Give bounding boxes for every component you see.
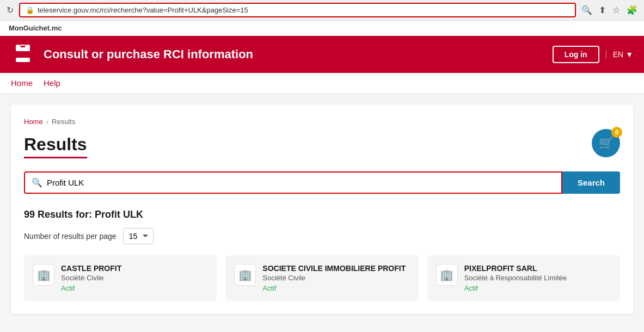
result-card[interactable]: 🏢 PIXELPROFIT SARL Société à Responsabil… (427, 255, 620, 301)
result-card-status: Actif (61, 284, 121, 292)
svg-rect-2 (16, 51, 30, 58)
search-input[interactable] (47, 173, 555, 193)
cart-button[interactable]: 🛒 0 (592, 129, 620, 157)
breadcrumb-home[interactable]: Home (24, 118, 43, 126)
results-grid: 🏢 CASTLE PROFIT Société Civile Actif 🏢 S… (24, 255, 620, 301)
result-card-body: PIXELPROFIT SARL Société à Responsabilit… (464, 264, 567, 292)
svg-rect-5 (21, 46, 25, 47)
search-browser-icon[interactable]: 🔍 (581, 5, 592, 15)
search-area: 🔍 Search (24, 171, 620, 194)
site-logo (11, 42, 35, 66)
result-card-body: SOCIETE CIVILE IMMOBILIERE PROFIT Sociét… (262, 264, 406, 292)
browser-icons: 🔍 ⬆ ☆ 🧩 (581, 5, 637, 15)
main-content: Home › Results 🛒 0 Results 🔍 Search 99 R… (0, 94, 644, 325)
login-button[interactable]: Log in (553, 46, 599, 63)
nav-home[interactable]: Home (11, 78, 33, 88)
result-card-type: Société Civile (262, 274, 406, 282)
result-card-body: CASTLE PROFIT Société Civile Actif (61, 264, 121, 292)
share-icon[interactable]: ⬆ (599, 5, 606, 15)
per-page-select[interactable]: 10 15 20 50 (123, 228, 154, 244)
address-bar[interactable]: 🔒 teleservice.gouv.mc/rci/recherche?valu… (19, 3, 576, 17)
result-card-type: Société à Responsabilité Limitée (464, 274, 567, 282)
reload-icon[interactable]: ↻ (7, 5, 14, 15)
header-left: Consult or purchase RCI information (11, 42, 253, 66)
url-text: teleservice.gouv.mc/rci/recherche?value=… (38, 6, 248, 14)
site-header: Consult or purchase RCI information Log … (0, 36, 644, 73)
search-button[interactable]: Search (562, 171, 620, 194)
result-card-icon: 🏢 (234, 264, 256, 286)
chevron-down-icon: ▼ (625, 50, 633, 59)
browser-controls: ↻ (7, 5, 14, 15)
page-title: Results (24, 134, 87, 158)
header-right: Log in EN ▼ (553, 46, 633, 63)
cart-badge: 0 (611, 127, 622, 138)
nav-help[interactable]: Help (44, 78, 60, 88)
breadcrumb: Home › Results (24, 118, 620, 126)
header-title: Consult or purchase RCI information (44, 47, 253, 62)
cart-area: 🛒 0 (592, 129, 620, 157)
per-page-label: Number of results per page (24, 232, 116, 241)
result-card[interactable]: 🏢 CASTLE PROFIT Société Civile Actif (24, 255, 217, 301)
branding-label: MonGuichet.mc (9, 24, 62, 32)
result-card-icon: 🏢 (436, 264, 458, 286)
result-card-status: Actif (262, 284, 406, 292)
result-card-status: Actif (464, 284, 567, 292)
results-summary: 99 Results for: Profit ULK (24, 209, 620, 220)
lock-icon: 🔒 (26, 6, 34, 14)
bookmark-icon[interactable]: ☆ (612, 5, 620, 15)
breadcrumb-current: Results (52, 118, 75, 126)
breadcrumb-separator: › (46, 118, 48, 126)
site-nav: Home Help (0, 73, 644, 94)
search-icon: 🔍 (32, 177, 42, 188)
lang-label: EN (613, 50, 623, 59)
browser-bar: ↻ 🔒 teleservice.gouv.mc/rci/recherche?va… (0, 0, 644, 21)
svg-rect-3 (16, 58, 30, 62)
result-card[interactable]: 🏢 SOCIETE CIVILE IMMOBILIERE PROFIT Soci… (225, 255, 418, 301)
result-card-name: SOCIETE CIVILE IMMOBILIERE PROFIT (262, 264, 406, 273)
search-input-wrapper: 🔍 (24, 171, 562, 194)
language-selector[interactable]: EN ▼ (606, 50, 633, 59)
results-per-page: Number of results per page 10 15 20 50 (24, 228, 620, 244)
extension-icon[interactable]: 🧩 (627, 5, 637, 15)
site-branding: MonGuichet.mc (0, 21, 644, 36)
result-card-name: CASTLE PROFIT (61, 264, 121, 273)
result-card-icon: 🏢 (33, 264, 54, 286)
result-card-type: Société Civile (61, 274, 121, 282)
result-card-name: PIXELPROFIT SARL (464, 264, 567, 273)
content-card: Home › Results 🛒 0 Results 🔍 Search 99 R… (11, 104, 633, 314)
